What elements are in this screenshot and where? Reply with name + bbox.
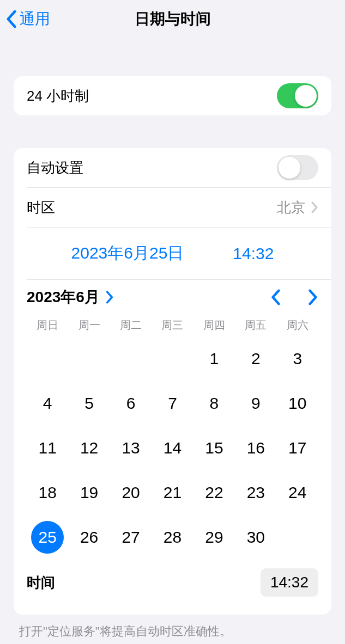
calendar-day[interactable]: 27	[110, 521, 152, 554]
calendar-day[interactable]: 14	[152, 432, 193, 464]
calendar-day[interactable]: 28	[152, 521, 193, 554]
page-title: 日期与时间	[135, 9, 211, 29]
weekday-header: 周四	[193, 318, 235, 333]
calendar-day[interactable]: 2	[235, 342, 276, 375]
weekday-header: 周一	[68, 318, 110, 333]
month-header: 2023年6月	[27, 287, 100, 308]
chevron-right-icon	[105, 291, 114, 304]
weekday-header: 周日	[27, 318, 68, 333]
row-24hour: 24 小时制	[14, 76, 331, 115]
calendar-day[interactable]: 23	[235, 476, 276, 509]
chevron-left-icon	[5, 10, 17, 28]
calendar-day[interactable]: 10	[277, 387, 318, 420]
date-time-picker-row: 2023年6月25日 14:32	[14, 228, 331, 279]
label-auto-set: 自动设置	[27, 158, 83, 177]
chevron-right-icon	[311, 201, 318, 213]
calendar-day[interactable]: 30	[235, 521, 276, 554]
calendar-day[interactable]: 22	[193, 476, 235, 509]
calendar-day[interactable]: 29	[193, 521, 235, 554]
calendar-day[interactable]: 4	[27, 387, 68, 420]
weekday-header: 周六	[277, 318, 318, 333]
selected-time-display[interactable]: 14:32	[233, 244, 274, 263]
month-picker-button[interactable]: 2023年6月	[27, 287, 114, 308]
calendar-day[interactable]: 15	[193, 432, 235, 464]
calendar-day[interactable]: 18	[27, 476, 68, 509]
next-month-button[interactable]	[307, 289, 318, 305]
calendar-day[interactable]: 11	[27, 432, 68, 464]
label-24hour: 24 小时制	[27, 87, 89, 106]
calendar-empty-cell	[110, 342, 152, 375]
calendar-day[interactable]: 12	[68, 432, 110, 464]
calendar-day[interactable]: 17	[277, 432, 318, 464]
row-timezone[interactable]: 时区 北京	[14, 188, 331, 227]
calendar-day[interactable]: 7	[152, 387, 193, 420]
weekday-header: 周二	[110, 318, 152, 333]
weekday-header: 周三	[152, 318, 193, 333]
back-button[interactable]: 通用	[0, 9, 50, 29]
calendar-day[interactable]: 1	[193, 342, 235, 375]
prev-month-button[interactable]	[270, 289, 281, 305]
calendar-day[interactable]: 20	[110, 476, 152, 509]
calendar-day[interactable]: 6	[110, 387, 152, 420]
calendar-day[interactable]: 24	[277, 476, 318, 509]
calendar-day[interactable]: 13	[110, 432, 152, 464]
calendar-empty-cell	[152, 342, 193, 375]
row-auto-set: 自动设置	[14, 148, 331, 187]
toggle-auto-set[interactable]	[277, 155, 318, 180]
calendar-day[interactable]: 16	[235, 432, 276, 464]
calendar-day[interactable]: 25	[27, 521, 68, 554]
toggle-24hour[interactable]	[277, 83, 318, 108]
time-value-button[interactable]: 14:32	[261, 568, 318, 597]
calendar-day[interactable]: 21	[152, 476, 193, 509]
calendar-empty-cell	[27, 342, 68, 375]
timezone-value: 北京	[277, 198, 305, 217]
time-label: 时间	[27, 573, 55, 592]
calendar-empty-cell	[68, 342, 110, 375]
calendar-day[interactable]: 5	[68, 387, 110, 420]
back-label: 通用	[20, 9, 50, 29]
weekday-header: 周五	[235, 318, 276, 333]
selected-date-display[interactable]: 2023年6月25日	[71, 242, 184, 265]
calendar-day[interactable]: 9	[235, 387, 276, 420]
footer-hint: 打开"定位服务"将提高自动时区准确性。	[19, 623, 326, 640]
calendar-day[interactable]: 19	[68, 476, 110, 509]
calendar-day[interactable]: 8	[193, 387, 235, 420]
label-timezone: 时区	[27, 198, 55, 217]
calendar-day[interactable]: 3	[277, 342, 318, 375]
calendar-day[interactable]: 26	[68, 521, 110, 554]
